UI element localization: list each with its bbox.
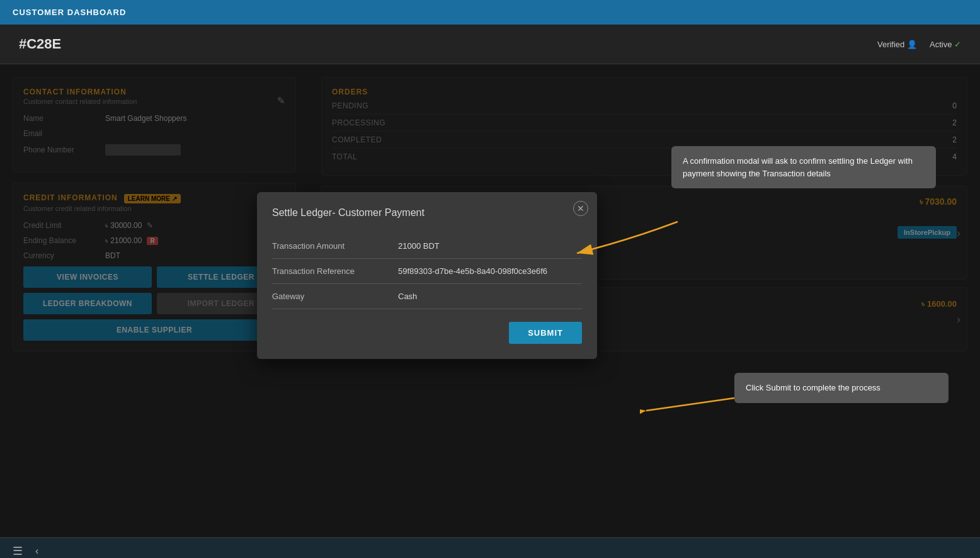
close-icon: ✕ — [577, 203, 584, 214]
modal-close-button[interactable]: ✕ — [573, 201, 588, 216]
modal-overlay: Settle Ledger- Customer Payment ✕ Transa… — [0, 64, 980, 537]
tooltip-confirmation: A confirmation modal will ask to confirm… — [671, 146, 936, 188]
modal-field-amount: Transaction Amount 21000 BDT — [272, 234, 582, 259]
hamburger-icon[interactable]: ☰ — [13, 544, 23, 558]
transaction-amount-label: Transaction Amount — [272, 241, 398, 251]
gateway-label: Gateway — [272, 292, 398, 301]
transaction-amount-value: 21000 BDT — [398, 241, 582, 251]
back-arrow-icon[interactable]: ‹ — [35, 545, 38, 557]
header-row: #C28E Verified 👤 Active ✓ — [0, 25, 980, 64]
modal-footer: SUBMIT — [272, 322, 582, 344]
top-bar: CUSTOMER DASHBOARD — [0, 0, 980, 25]
settle-ledger-modal: Settle Ledger- Customer Payment ✕ Transa… — [257, 192, 597, 359]
bottom-nav: ☰ ‹ — [0, 537, 980, 558]
modal-field-reference: Transaction Reference 59f89303-d7be-4e5b… — [272, 259, 582, 284]
tooltip-confirmation-text: A confirmation modal will ask to confirm… — [683, 156, 913, 178]
gateway-value: Cash — [398, 292, 582, 301]
check-icon: ✓ — [954, 40, 961, 49]
modal-field-gateway: Gateway Cash — [272, 284, 582, 309]
tooltip-submit-text: Click Submit to complete the process — [746, 383, 880, 392]
arrow-to-submit — [640, 385, 741, 423]
modal-title: Settle Ledger- Customer Payment — [272, 207, 582, 219]
transaction-reference-value: 59f89303-d7be-4e5b-8a40-098f0ce3e6f6 — [398, 266, 582, 276]
main-content: CONTACT INFORMATION Customer contact rel… — [0, 64, 980, 537]
submit-button[interactable]: SUBMIT — [509, 322, 582, 344]
verified-badge: Verified 👤 — [877, 40, 917, 49]
transaction-reference-label: Transaction Reference — [272, 266, 398, 276]
active-badge: Active ✓ — [930, 40, 961, 49]
top-bar-title: CUSTOMER DASHBOARD — [13, 8, 126, 17]
verified-icon: 👤 — [907, 40, 917, 49]
customer-id: #C28E — [19, 36, 61, 52]
header-badges: Verified 👤 Active ✓ — [877, 40, 961, 49]
tooltip-submit: Click Submit to complete the process — [734, 373, 949, 403]
